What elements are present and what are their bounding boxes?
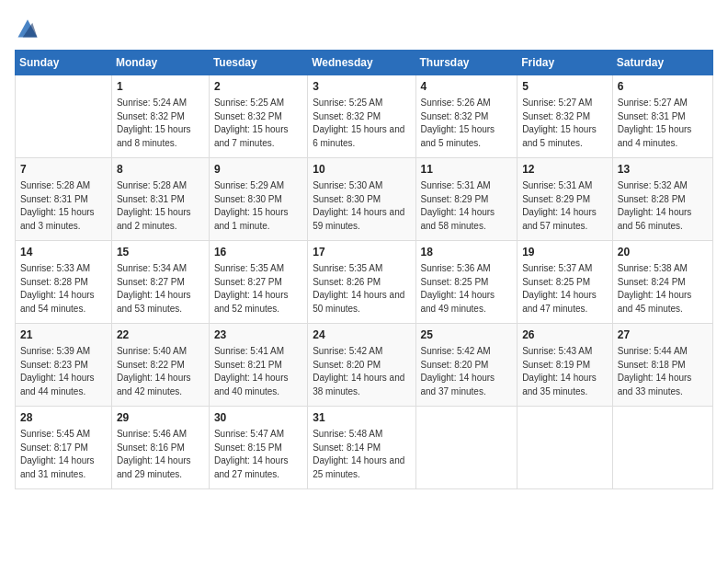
calendar-cell: 9Sunrise: 5:29 AMSunset: 8:30 PMDaylight… bbox=[209, 158, 307, 241]
day-info: Sunrise: 5:36 AMSunset: 8:25 PMDaylight:… bbox=[421, 262, 513, 316]
day-number: 3 bbox=[313, 79, 410, 95]
calendar-header: SundayMondayTuesdayWednesdayThursdayFrid… bbox=[16, 51, 713, 75]
calendar-cell: 21Sunrise: 5:39 AMSunset: 8:23 PMDayligh… bbox=[16, 324, 112, 407]
day-number: 2 bbox=[214, 79, 302, 95]
day-number: 27 bbox=[618, 327, 708, 343]
calendar-cell: 27Sunrise: 5:44 AMSunset: 8:18 PMDayligh… bbox=[612, 324, 712, 407]
day-number: 12 bbox=[522, 162, 608, 178]
header-day-tuesday: Tuesday bbox=[209, 51, 307, 75]
calendar-cell: 17Sunrise: 5:35 AMSunset: 8:26 PMDayligh… bbox=[308, 241, 415, 324]
calendar-cell: 13Sunrise: 5:32 AMSunset: 8:28 PMDayligh… bbox=[612, 158, 712, 241]
day-info: Sunrise: 5:42 AMSunset: 8:20 PMDaylight:… bbox=[313, 345, 410, 398]
calendar-cell: 19Sunrise: 5:37 AMSunset: 8:25 PMDayligh… bbox=[518, 241, 613, 324]
day-info: Sunrise: 5:42 AMSunset: 8:20 PMDaylight:… bbox=[421, 345, 513, 398]
day-info: Sunrise: 5:28 AMSunset: 8:31 PMDaylight:… bbox=[117, 179, 204, 233]
calendar-cell: 28Sunrise: 5:45 AMSunset: 8:17 PMDayligh… bbox=[16, 407, 112, 489]
day-info: Sunrise: 5:43 AMSunset: 8:19 PMDaylight:… bbox=[522, 345, 608, 398]
day-number: 23 bbox=[214, 327, 302, 343]
day-info: Sunrise: 5:24 AMSunset: 8:32 PMDaylight:… bbox=[117, 97, 204, 150]
day-info: Sunrise: 5:32 AMSunset: 8:28 PMDaylight:… bbox=[618, 179, 708, 233]
day-number: 8 bbox=[117, 162, 204, 178]
day-info: Sunrise: 5:46 AMSunset: 8:16 PMDaylight:… bbox=[117, 428, 204, 481]
day-info: Sunrise: 5:47 AMSunset: 8:15 PMDaylight:… bbox=[214, 428, 302, 481]
day-info: Sunrise: 5:44 AMSunset: 8:18 PMDaylight:… bbox=[618, 345, 708, 398]
calendar-cell: 1Sunrise: 5:24 AMSunset: 8:32 PMDaylight… bbox=[111, 75, 209, 158]
day-info: Sunrise: 5:41 AMSunset: 8:21 PMDaylight:… bbox=[214, 345, 302, 398]
calendar-cell bbox=[518, 407, 613, 489]
day-number: 21 bbox=[20, 327, 107, 343]
day-info: Sunrise: 5:31 AMSunset: 8:29 PMDaylight:… bbox=[421, 179, 513, 233]
day-number: 29 bbox=[117, 410, 204, 426]
calendar-week-1: 1Sunrise: 5:24 AMSunset: 8:32 PMDaylight… bbox=[16, 75, 713, 158]
day-number: 6 bbox=[618, 79, 708, 95]
header-day-monday: Monday bbox=[111, 51, 209, 75]
day-number: 7 bbox=[20, 162, 107, 178]
calendar-cell: 14Sunrise: 5:33 AMSunset: 8:28 PMDayligh… bbox=[16, 241, 112, 324]
day-number: 24 bbox=[313, 327, 410, 343]
day-number: 26 bbox=[522, 327, 608, 343]
day-number: 5 bbox=[522, 79, 608, 95]
calendar-cell: 5Sunrise: 5:27 AMSunset: 8:32 PMDaylight… bbox=[518, 75, 613, 158]
calendar-cell: 31Sunrise: 5:48 AMSunset: 8:14 PMDayligh… bbox=[308, 407, 415, 489]
calendar-cell: 6Sunrise: 5:27 AMSunset: 8:31 PMDaylight… bbox=[612, 75, 712, 158]
calendar-cell: 11Sunrise: 5:31 AMSunset: 8:29 PMDayligh… bbox=[415, 158, 518, 241]
logo-icon bbox=[15, 15, 40, 40]
calendar-cell bbox=[16, 75, 112, 158]
calendar-week-3: 14Sunrise: 5:33 AMSunset: 8:28 PMDayligh… bbox=[16, 241, 713, 324]
page-header bbox=[15, 15, 713, 40]
day-number: 22 bbox=[117, 327, 204, 343]
calendar-cell: 16Sunrise: 5:35 AMSunset: 8:27 PMDayligh… bbox=[209, 241, 307, 324]
day-number: 31 bbox=[313, 410, 410, 426]
header-day-sunday: Sunday bbox=[16, 51, 112, 75]
calendar-week-2: 7Sunrise: 5:28 AMSunset: 8:31 PMDaylight… bbox=[16, 158, 713, 241]
day-info: Sunrise: 5:28 AMSunset: 8:31 PMDaylight:… bbox=[20, 179, 107, 233]
calendar-cell: 4Sunrise: 5:26 AMSunset: 8:32 PMDaylight… bbox=[415, 75, 518, 158]
calendar-cell: 30Sunrise: 5:47 AMSunset: 8:15 PMDayligh… bbox=[209, 407, 307, 489]
day-info: Sunrise: 5:25 AMSunset: 8:32 PMDaylight:… bbox=[214, 97, 302, 150]
calendar-cell: 23Sunrise: 5:41 AMSunset: 8:21 PMDayligh… bbox=[209, 324, 307, 407]
day-number: 11 bbox=[421, 162, 513, 178]
calendar-cell: 7Sunrise: 5:28 AMSunset: 8:31 PMDaylight… bbox=[16, 158, 112, 241]
day-info: Sunrise: 5:35 AMSunset: 8:27 PMDaylight:… bbox=[214, 262, 302, 316]
header-day-friday: Friday bbox=[518, 51, 613, 75]
calendar-cell: 24Sunrise: 5:42 AMSunset: 8:20 PMDayligh… bbox=[308, 324, 415, 407]
day-number: 14 bbox=[20, 245, 107, 260]
logo bbox=[15, 15, 44, 40]
day-info: Sunrise: 5:27 AMSunset: 8:32 PMDaylight:… bbox=[522, 97, 608, 150]
day-info: Sunrise: 5:33 AMSunset: 8:28 PMDaylight:… bbox=[20, 262, 107, 316]
day-info: Sunrise: 5:40 AMSunset: 8:22 PMDaylight:… bbox=[117, 345, 204, 398]
calendar-cell: 3Sunrise: 5:25 AMSunset: 8:32 PMDaylight… bbox=[308, 75, 415, 158]
calendar-cell: 8Sunrise: 5:28 AMSunset: 8:31 PMDaylight… bbox=[111, 158, 209, 241]
calendar-table: SundayMondayTuesdayWednesdayThursdayFrid… bbox=[15, 50, 713, 489]
calendar-cell: 2Sunrise: 5:25 AMSunset: 8:32 PMDaylight… bbox=[209, 75, 307, 158]
day-number: 30 bbox=[214, 410, 302, 426]
calendar-cell: 29Sunrise: 5:46 AMSunset: 8:16 PMDayligh… bbox=[111, 407, 209, 489]
day-number: 1 bbox=[117, 79, 204, 95]
calendar-week-4: 21Sunrise: 5:39 AMSunset: 8:23 PMDayligh… bbox=[16, 324, 713, 407]
day-number: 19 bbox=[522, 245, 608, 260]
header-day-wednesday: Wednesday bbox=[308, 51, 415, 75]
day-info: Sunrise: 5:29 AMSunset: 8:30 PMDaylight:… bbox=[214, 179, 302, 233]
day-number: 18 bbox=[421, 245, 513, 260]
day-number: 16 bbox=[214, 245, 302, 260]
day-info: Sunrise: 5:31 AMSunset: 8:29 PMDaylight:… bbox=[522, 179, 608, 233]
calendar-cell: 15Sunrise: 5:34 AMSunset: 8:27 PMDayligh… bbox=[111, 241, 209, 324]
calendar-cell bbox=[612, 407, 712, 489]
day-info: Sunrise: 5:27 AMSunset: 8:31 PMDaylight:… bbox=[618, 97, 708, 150]
calendar-cell: 12Sunrise: 5:31 AMSunset: 8:29 PMDayligh… bbox=[518, 158, 613, 241]
day-number: 17 bbox=[313, 245, 410, 260]
calendar-cell: 20Sunrise: 5:38 AMSunset: 8:24 PMDayligh… bbox=[612, 241, 712, 324]
day-info: Sunrise: 5:34 AMSunset: 8:27 PMDaylight:… bbox=[117, 262, 204, 316]
calendar-cell: 10Sunrise: 5:30 AMSunset: 8:30 PMDayligh… bbox=[308, 158, 415, 241]
header-row: SundayMondayTuesdayWednesdayThursdayFrid… bbox=[16, 51, 713, 75]
calendar-cell: 18Sunrise: 5:36 AMSunset: 8:25 PMDayligh… bbox=[415, 241, 518, 324]
day-info: Sunrise: 5:37 AMSunset: 8:25 PMDaylight:… bbox=[522, 262, 608, 316]
day-number: 4 bbox=[421, 79, 513, 95]
day-info: Sunrise: 5:39 AMSunset: 8:23 PMDaylight:… bbox=[20, 345, 107, 398]
day-number: 13 bbox=[618, 162, 708, 178]
day-number: 28 bbox=[20, 410, 107, 426]
day-info: Sunrise: 5:45 AMSunset: 8:17 PMDaylight:… bbox=[20, 428, 107, 481]
day-info: Sunrise: 5:35 AMSunset: 8:26 PMDaylight:… bbox=[313, 262, 410, 316]
day-number: 25 bbox=[421, 327, 513, 343]
calendar-cell: 26Sunrise: 5:43 AMSunset: 8:19 PMDayligh… bbox=[518, 324, 613, 407]
